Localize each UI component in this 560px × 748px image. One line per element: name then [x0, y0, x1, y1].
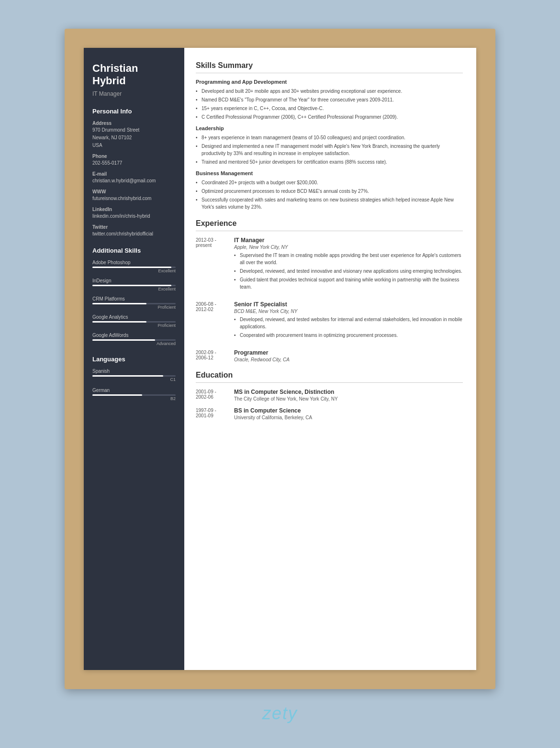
edu-content-1: MS in Computer Science, Distinction The … — [234, 389, 463, 402]
exp-content-2: Senior IT Specialist BCD M&E, New York C… — [234, 301, 463, 343]
edu-entry-1: 2001-09 -2002-06 MS in Computer Science,… — [196, 389, 463, 402]
exp-entry-3: 2002-09 -2006-12 Programmer Oracle, Redw… — [196, 349, 463, 364]
education-title: Education — [196, 371, 463, 380]
experience-title: Experience — [196, 219, 463, 228]
candidate-title: IT Manager — [92, 90, 176, 97]
cork-board: ChristianHybrid IT Manager Personal Info… — [65, 29, 495, 689]
address-label: Address — [92, 121, 176, 126]
exp-bullets-2: Developed, reviewed, and tested websites… — [234, 316, 463, 339]
candidate-name: ChristianHybrid — [92, 62, 176, 88]
skills-divider — [196, 73, 463, 73]
list-item: 8+ years experience in team management (… — [196, 134, 463, 141]
business-bullets: Coordinated 20+ projects with a budget o… — [196, 179, 463, 211]
list-item: Guided talent that provides technical su… — [234, 276, 463, 290]
personal-info-title: Personal Info — [92, 108, 176, 115]
skill-indesign: InDesign Excellent — [92, 278, 176, 291]
lang-spanish: Spanish C1 — [92, 368, 176, 382]
address-line3: USA — [92, 142, 176, 149]
lang-german: German B2 — [92, 388, 176, 401]
exp-content-1: IT Manager Apple, New York City, NY Supe… — [234, 237, 463, 294]
skills-title: Additional Skills — [92, 247, 176, 254]
exp-entry-1: 2012-03 -present IT Manager Apple, New Y… — [196, 237, 463, 294]
address-line2: Newark, NJ 07102 — [92, 134, 176, 141]
address-line1: 970 Drummond Street — [92, 127, 176, 134]
skills-summary-title: Skills Summary — [196, 61, 463, 70]
list-item: Developed, reviewed, and tested websites… — [234, 316, 463, 330]
list-item: Named BCD M&E's "Top Programmer of The Y… — [196, 96, 463, 103]
languages-title: Languages — [92, 356, 176, 363]
main-content: Skills Summary Programming and App Devel… — [184, 48, 476, 670]
list-item: Developed, reviewed, and tested innovati… — [234, 268, 463, 275]
twitter-label: Twitter — [92, 224, 176, 230]
list-item: Coordinated 20+ projects with a budget o… — [196, 179, 463, 186]
list-item: Supervised the IT team in creating mobil… — [234, 252, 463, 266]
edu-degree-1: MS in Computer Science, Distinction — [234, 389, 463, 395]
edu-school-2: University of California, Berkeley, CA — [234, 415, 463, 420]
list-item: Optimized procurement processes to reduc… — [196, 188, 463, 195]
exp-bullets-1: Supervised the IT team in creating mobil… — [234, 252, 463, 290]
list-item: Developed and built 20+ mobile apps and … — [196, 88, 463, 95]
exp-date-3: 2002-09 -2006-12 — [196, 349, 234, 364]
edu-date-2: 1997-09 -2001-09 — [196, 407, 234, 420]
resume: ChristianHybrid IT Manager Personal Info… — [84, 48, 476, 670]
experience-divider — [196, 231, 463, 231]
edu-entry-2: 1997-09 -2001-09 BS in Computer Science … — [196, 407, 463, 420]
exp-job-title-2: Senior IT Specialist — [234, 301, 463, 308]
exp-company-2: BCD M&E, New York City, NY — [234, 309, 463, 314]
leadership-bullets: 8+ years experience in team management (… — [196, 134, 463, 166]
exp-job-title-1: IT Manager — [234, 237, 463, 244]
list-item: Trained and mentored 50+ junior develope… — [196, 158, 463, 166]
www-label: WWW — [92, 189, 176, 194]
education-section: Education 2001-09 -2002-06 MS in Compute… — [196, 371, 463, 420]
edu-degree-2: BS in Computer Science — [234, 407, 463, 414]
phone-value: 202-555-0177 — [92, 160, 176, 167]
exp-job-title-3: Programmer — [234, 349, 463, 356]
skill-photoshop: Adobe Photoshop Excellent — [92, 260, 176, 273]
sidebar: ChristianHybrid IT Manager Personal Info… — [84, 48, 184, 670]
edu-school-1: The City College of New York, New York C… — [234, 396, 463, 402]
business-title: Business Management — [196, 170, 463, 176]
edu-content-2: BS in Computer Science University of Cal… — [234, 407, 463, 420]
skill-analytics: Google Analytics Proficient — [92, 314, 176, 328]
exp-date-1: 2012-03 -present — [196, 237, 234, 294]
www-value: futureisnow.chrishybrid.com — [92, 195, 176, 202]
exp-date-2: 2006-08 -2012-02 — [196, 301, 234, 343]
programming-title: Programming and App Development — [196, 79, 463, 85]
linkedin-label: LinkedIn — [92, 207, 176, 212]
email-label: E-mail — [92, 171, 176, 177]
exp-content-3: Programmer Oracle, Redwood City, CA — [234, 349, 463, 364]
list-item: Cooperated with procurement teams in opt… — [234, 332, 463, 339]
programming-bullets: Developed and built 20+ mobile apps and … — [196, 88, 463, 121]
exp-company-3: Oracle, Redwood City, CA — [234, 357, 463, 362]
skill-adwords: Google AdWords Advanced — [92, 333, 176, 346]
leadership-title: Leadership — [196, 125, 463, 131]
email-value: christian.w.hybrid@gmail.com — [92, 178, 176, 184]
exp-company-1: Apple, New York City, NY — [234, 245, 463, 250]
education-divider — [196, 382, 463, 383]
list-item: 15+ years experience in C, C++, Cocoa, a… — [196, 105, 463, 112]
experience-section: Experience 2012-03 -present IT Manager A… — [196, 219, 463, 364]
list-item: Designed and implemented a new IT manage… — [196, 143, 463, 157]
linkedin-value: linkedin.com/in/chris-hybrid — [92, 213, 176, 220]
phone-label: Phone — [92, 154, 176, 159]
twitter-value: twitter.com/chrishybridofficial — [92, 231, 176, 237]
exp-entry-2: 2006-08 -2012-02 Senior IT Specialist BC… — [196, 301, 463, 343]
list-item: Successfully cooperated with sales and m… — [196, 196, 463, 211]
zety-watermark: zety — [262, 703, 298, 724]
edu-date-1: 2001-09 -2002-06 — [196, 389, 234, 402]
list-item: C Certified Professional Programmer (200… — [196, 113, 463, 121]
skill-crm: CRM Platforms Proficient — [92, 296, 176, 310]
